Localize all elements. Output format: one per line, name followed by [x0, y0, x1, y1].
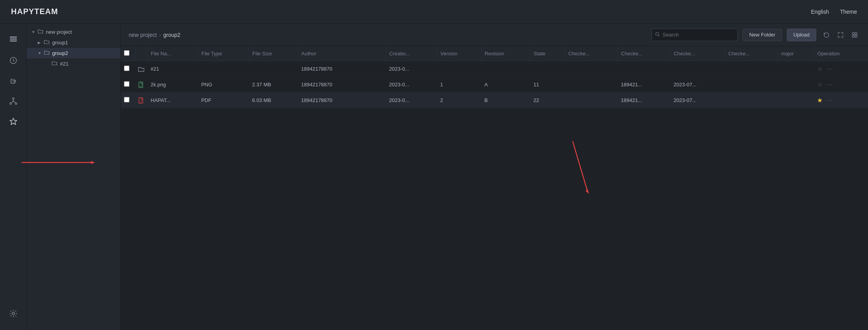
sidebar-item-group2[interactable]: ▼ group2	[27, 48, 120, 58]
topbar: HAPYTEAM English Theme	[0, 0, 868, 24]
breadcrumb-new-project[interactable]: new project	[129, 32, 157, 38]
arrow-collapsed-icon: ▶	[38, 40, 42, 45]
svg-rect-12	[855, 35, 857, 37]
language-selector[interactable]: English	[811, 9, 829, 15]
row-operation: ★ ···	[814, 93, 868, 108]
svg-point-7	[12, 312, 15, 315]
star-button[interactable]: ★	[817, 97, 823, 104]
toolbar-view-icons	[821, 29, 860, 40]
nav-network[interactable]	[5, 93, 22, 110]
star-button[interactable]: ☆	[817, 65, 823, 73]
col-check	[121, 46, 135, 61]
row-filetype	[198, 61, 249, 77]
col-creation[interactable]: Creatio...	[386, 46, 437, 61]
main-content: new project › group2 New Folder Upload	[121, 24, 868, 330]
new-folder-button[interactable]: New Folder	[742, 29, 782, 41]
grid-view-icon[interactable]	[849, 29, 860, 40]
row-checked2: 189421...	[618, 77, 670, 93]
row-state: 11	[530, 77, 565, 93]
upload-button[interactable]: Upload	[787, 29, 816, 41]
row-icon: PNG	[135, 77, 147, 93]
folder-icon	[44, 39, 49, 46]
col-filename[interactable]: File Na...	[147, 46, 198, 61]
col-version[interactable]: Version	[437, 46, 481, 61]
row-check[interactable]	[121, 93, 135, 108]
col-revision[interactable]: Revision	[481, 46, 530, 61]
svg-rect-11	[852, 35, 854, 37]
file-table: File Na... File Type File Size Author Cr…	[121, 46, 868, 108]
row-checked2	[618, 61, 670, 77]
svg-rect-10	[855, 33, 857, 35]
row-checked4	[725, 77, 778, 93]
sidebar-item-new-project[interactable]: ▼ new project	[27, 27, 120, 37]
svg-point-5	[10, 103, 11, 104]
sidebar-item-group1[interactable]: ▶ group1	[27, 37, 120, 48]
nav-settings[interactable]	[5, 305, 22, 322]
row-filename[interactable]: #21	[147, 61, 198, 77]
row-check[interactable]	[121, 61, 135, 77]
row-check[interactable]	[121, 77, 135, 93]
row-checked2: 189421...	[618, 93, 670, 108]
col-checked1[interactable]: Checke...	[565, 46, 617, 61]
search-input[interactable]	[662, 32, 725, 38]
col-checked2[interactable]: Checke...	[618, 46, 670, 61]
row-revision	[481, 61, 530, 77]
row-operation: ☆ ···	[814, 77, 868, 93]
svg-point-8	[656, 32, 659, 35]
svg-rect-0	[10, 38, 17, 40]
expand-icon[interactable]	[835, 29, 846, 40]
row-state	[530, 61, 565, 77]
select-all-checkbox[interactable]	[124, 50, 129, 56]
col-filesize[interactable]: File Size	[249, 46, 298, 61]
search-box[interactable]	[651, 29, 738, 41]
row-creation: 2023-0...	[386, 77, 437, 93]
row-creation: 2023-0...	[386, 93, 437, 108]
sidebar-label-new-project: new project	[46, 29, 72, 35]
arrow-expand-icon: ▼	[31, 30, 36, 34]
col-checked3[interactable]: Checke...	[670, 46, 725, 61]
sidebar-item-21[interactable]: #21	[27, 58, 120, 69]
col-major[interactable]: major	[778, 46, 814, 61]
main-layout: ▼ new project ▶ group1 ▼	[0, 24, 868, 330]
nav-layers[interactable]	[5, 31, 22, 49]
row-filesize	[249, 61, 298, 77]
row-icon: PDF	[135, 93, 147, 108]
arrow-expand-icon: ▼	[38, 51, 42, 55]
breadcrumb: new project › group2	[129, 32, 647, 38]
more-options-button[interactable]: ···	[826, 66, 833, 73]
nav-share[interactable]	[5, 72, 22, 89]
row-checked3	[670, 61, 725, 77]
app-logo: HAPYTEAM	[11, 7, 58, 16]
row-checked1	[565, 77, 617, 93]
breadcrumb-sep: ›	[159, 32, 161, 38]
sidebar-label-21: #21	[60, 61, 69, 67]
folder-icon	[52, 60, 57, 67]
row-checked3: 2023-07...	[670, 77, 725, 93]
main-toolbar: new project › group2 New Folder Upload	[121, 24, 868, 46]
row-version: 2	[437, 93, 481, 108]
row-checked3: 2023-07...	[670, 93, 725, 108]
col-author[interactable]: Author	[298, 46, 386, 61]
svg-rect-9	[852, 33, 854, 35]
col-filetype[interactable]: File Type	[198, 46, 249, 61]
star-button[interactable]: ☆	[817, 81, 823, 88]
breadcrumb-group2: group2	[163, 32, 180, 38]
more-options-button[interactable]: ···	[826, 81, 833, 88]
folder-icon	[38, 29, 43, 35]
row-author: 18942178870	[298, 93, 386, 108]
refresh-icon[interactable]	[821, 29, 832, 40]
nav-favorites[interactable]	[5, 113, 22, 130]
row-operation: ☆ ···	[814, 61, 868, 77]
nav-history[interactable]	[5, 52, 22, 69]
row-filename[interactable]: 2k.png	[147, 77, 198, 93]
svg-text:PDF: PDF	[139, 101, 143, 103]
more-options-button[interactable]: ···	[826, 97, 833, 104]
row-checked4	[725, 61, 778, 77]
row-filename[interactable]: HAPAT...	[147, 93, 198, 108]
row-major	[778, 93, 814, 108]
row-filesize: 2.37 MB	[249, 77, 298, 93]
theme-selector[interactable]: Theme	[840, 9, 857, 15]
row-version: 1	[437, 77, 481, 93]
col-checked4[interactable]: Checke...	[725, 46, 778, 61]
col-state[interactable]: State	[530, 46, 565, 61]
